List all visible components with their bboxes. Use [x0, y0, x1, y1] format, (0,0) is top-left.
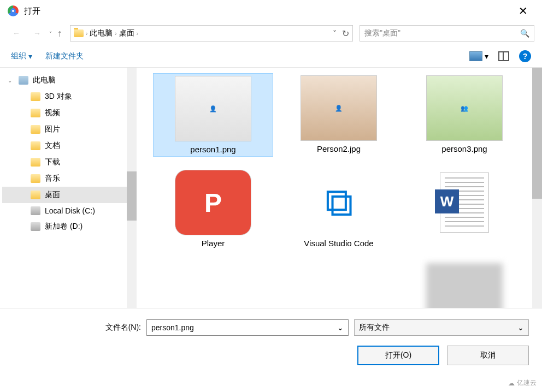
tree-label: 下载 [45, 157, 60, 167]
tree-label: 图片 [45, 124, 60, 134]
file-item-player[interactable]: P Player [153, 168, 273, 250]
toolbar: 组织 ▾ 新建文件夹 ▾ ? [0, 45, 542, 68]
image-thumbnail: 👤 [175, 76, 251, 141]
filename-value: person1.png [151, 323, 194, 332]
search-input[interactable]: 搜索"桌面" 🔍 [360, 25, 534, 41]
chevron-down-icon: ▾ [485, 52, 488, 61]
file-label: person1.png [190, 145, 235, 154]
blurred-thumbnail [426, 263, 503, 308]
word-icon: W [426, 170, 503, 235]
vscode-icon: ⧉ [301, 170, 377, 235]
chevron-down-icon[interactable]: ⌄ [517, 323, 524, 332]
chrome-icon [8, 5, 19, 16]
file-label: Person2.jpg [317, 144, 361, 153]
disk-icon [31, 222, 40, 231]
new-folder-button[interactable]: 新建文件夹 [45, 51, 84, 61]
crumb-sep: › [115, 31, 116, 37]
tree-item-documents[interactable]: 文档 [2, 138, 134, 154]
tree-item-disk-d[interactable]: 新加卷 (D:) [2, 218, 134, 235]
tree-item-disk-c[interactable]: Local Disk (C:) [2, 203, 134, 218]
footer: 文件名(N): person1.png ⌄ 所有文件 ⌄ 打开(O) 取消 [0, 308, 542, 373]
filename-row: 文件名(N): person1.png ⌄ 所有文件 ⌄ [13, 319, 529, 336]
file-item-person1[interactable]: 👤 person1.png [153, 73, 273, 157]
watermark: ☁亿速云 [508, 378, 537, 388]
tree-item-videos[interactable]: 视频 [2, 105, 134, 121]
file-item-person3[interactable]: 👥 person3.png [404, 73, 525, 157]
file-label: Player [202, 239, 225, 248]
app-icon: P [175, 170, 251, 235]
tree-label: 桌面 [45, 190, 60, 200]
expand-icon[interactable]: ⌄ [8, 78, 12, 84]
file-item-blurred[interactable] [404, 261, 525, 308]
nav-back[interactable]: ← [8, 25, 25, 42]
help-button[interactable]: ? [519, 50, 531, 62]
filename-label: 文件名(N): [105, 323, 141, 332]
tree-item-pictures[interactable]: 图片 [2, 121, 134, 138]
tree-list: ⌄ 此电脑 3D 对象 视频 图片 文档 下载 音乐 桌面 Local Disk… [0, 68, 137, 239]
title-bar: 打开 ✕ [0, 0, 542, 22]
tree-label: 音乐 [45, 174, 60, 183]
address-bar[interactable]: › 此电脑 › 桌面 › ˅ ↻ [70, 25, 353, 41]
filename-input[interactable]: person1.png ⌄ [146, 319, 349, 336]
tree-label: 新加卷 (D:) [45, 222, 83, 231]
nav-row: ← → ˅ ↑ › 此电脑 › 桌面 › ˅ ↻ 搜索"桌面" 🔍 [0, 22, 542, 45]
open-button[interactable]: 打开(O) [357, 346, 439, 365]
nav-forward[interactable]: → [28, 25, 46, 42]
folder-icon [31, 191, 40, 199]
image-thumbnail: 👤 [301, 75, 377, 141]
new-folder-label: 新建文件夹 [45, 51, 84, 61]
crumb-sep: › [86, 31, 87, 37]
nav-history-dropdown[interactable]: ˅ [49, 31, 52, 37]
search-placeholder: 搜索"桌面" [364, 28, 400, 38]
tree-item-downloads[interactable]: 下载 [2, 154, 134, 170]
crumb-root[interactable]: 此电脑 [90, 28, 113, 38]
content-pane: 👤 person1.png 👤 Person2.jpg 👥 person3.pn… [137, 68, 542, 308]
content-scroll-thumb[interactable] [532, 68, 542, 199]
file-item-person2[interactable]: 👤 Person2.jpg [279, 73, 399, 157]
chevron-down-icon: ▾ [28, 52, 32, 61]
chevron-down-icon[interactable]: ⌄ [337, 323, 344, 332]
tree-item-music[interactable]: 音乐 [2, 170, 134, 187]
view-mode-button[interactable]: ▾ [469, 51, 488, 61]
tree-label: 文档 [45, 141, 60, 151]
watermark-text: 亿速云 [517, 378, 537, 388]
view-icon [469, 51, 482, 61]
main-area: ⌄ 此电脑 3D 对象 视频 图片 文档 下载 音乐 桌面 Local Disk… [0, 68, 542, 308]
file-label: person3.png [441, 144, 487, 153]
files-grid: 👤 person1.png 👤 Person2.jpg 👥 person3.pn… [137, 68, 542, 308]
tree-item-desktop[interactable]: 桌面 [2, 187, 134, 203]
tree-label: Local Disk (C:) [45, 206, 95, 215]
folder-icon [31, 174, 40, 183]
image-thumbnail: 👥 [426, 75, 503, 141]
file-item-word[interactable]: W [404, 168, 525, 250]
organize-button[interactable]: 组织 ▾ [11, 51, 32, 61]
close-button[interactable]: ✕ [512, 2, 534, 20]
file-label: Visual Studio Code [304, 239, 373, 248]
folder-icon [31, 109, 40, 117]
cancel-button[interactable]: 取消 [447, 346, 529, 365]
window-title: 打开 [24, 6, 40, 16]
tree-scroll-thumb[interactable] [127, 171, 137, 221]
preview-pane-button[interactable] [498, 51, 509, 61]
disk-icon [31, 206, 40, 215]
folder-icon [74, 29, 84, 37]
file-item-vscode[interactable]: ⧉ Visual Studio Code [279, 168, 399, 250]
tree-item-3d[interactable]: 3D 对象 [2, 88, 134, 105]
computer-icon [19, 76, 28, 85]
button-row: 打开(O) 取消 [13, 346, 529, 365]
refresh-button[interactable]: ↻ [342, 28, 349, 39]
organize-label: 组织 [11, 51, 26, 61]
folder-icon [31, 141, 40, 150]
folder-icon [31, 92, 40, 101]
filetype-value: 所有文件 [359, 323, 390, 332]
tree-item-computer[interactable]: ⌄ 此电脑 [2, 72, 134, 88]
nav-up[interactable]: ↑ [57, 28, 62, 39]
crumb-current[interactable]: 桌面 [119, 28, 134, 38]
address-dropdown[interactable]: ˅ [333, 29, 337, 38]
folder-icon [31, 125, 40, 134]
tree-label: 视频 [45, 108, 60, 118]
crumb-sep: › [137, 31, 138, 37]
search-icon: 🔍 [520, 29, 529, 38]
filetype-select[interactable]: 所有文件 ⌄ [354, 319, 529, 336]
folder-icon [31, 158, 40, 167]
